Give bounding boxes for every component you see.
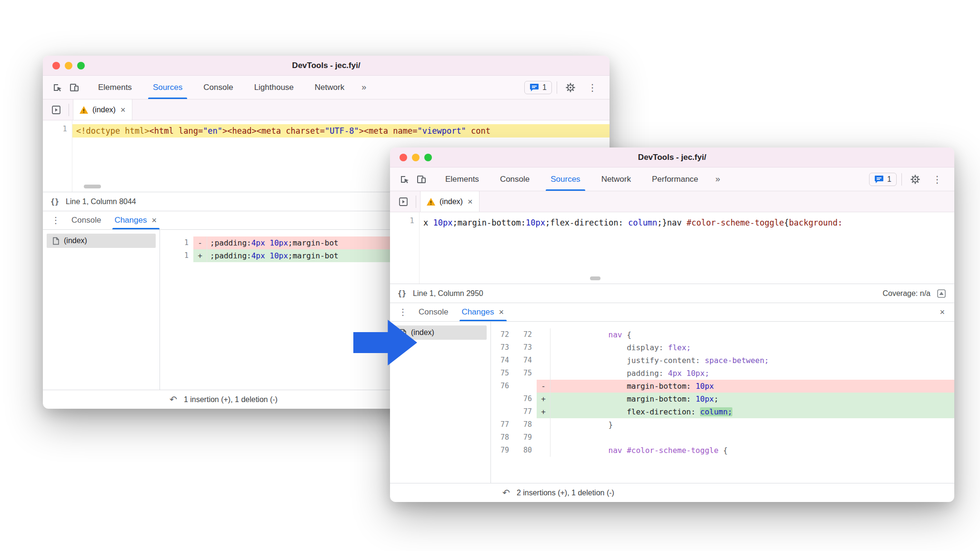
drawer-tab-console[interactable]: Console [65, 211, 108, 229]
cursor-position: Line 1, Column 8044 [66, 197, 136, 206]
drawer-tab-changes[interactable]: Changes × [108, 211, 164, 229]
close-changes-tab-icon[interactable]: × [498, 308, 505, 316]
titlebar[interactable]: DevTools - jec.fyi/ [390, 148, 954, 167]
diff-context-row: 73 73 display: flex; [491, 341, 954, 354]
device-toolbar-icon[interactable] [66, 79, 83, 96]
zoom-window-button[interactable] [424, 154, 432, 161]
coverage-status: Coverage: n/a [882, 289, 930, 298]
close-window-button[interactable] [52, 62, 60, 69]
code-segment: #color-scheme-toggle [687, 218, 784, 227]
code-segment: display: [627, 343, 663, 352]
revert-icon[interactable]: ↶ [502, 487, 510, 498]
diff-context-row: 77 78 } [491, 418, 954, 431]
drawer-menu-icon[interactable]: ⋮ [47, 215, 65, 226]
indent [553, 407, 627, 416]
source-editor[interactable]: 1 x 10px;margin-bottom:10px;flex-directi… [390, 212, 954, 284]
more-tabs-icon[interactable]: » [355, 76, 373, 99]
diff-marker [537, 341, 550, 354]
diff-code: justify-content: space-between; [550, 354, 954, 367]
changed-file-item[interactable]: (index) [47, 234, 156, 248]
settings-gear-icon[interactable] [562, 79, 579, 96]
tab-label: Lighthouse [254, 83, 294, 92]
indent [553, 420, 609, 429]
coverage-icon[interactable] [936, 288, 947, 299]
file-tab-index[interactable]: (index) × [73, 99, 132, 120]
toolbar-right: 1 ⋮ [869, 171, 949, 188]
tab-sources[interactable]: Sources [540, 167, 590, 191]
device-toolbar-icon[interactable] [413, 171, 430, 188]
code-segment: 4px [251, 251, 265, 260]
horizontal-scrollbar[interactable] [84, 185, 101, 188]
new-line-number: 73 [514, 341, 537, 354]
tab-console[interactable]: Console [193, 76, 243, 99]
kebab-menu-icon[interactable]: ⋮ [584, 79, 601, 96]
tab-console[interactable]: Console [490, 167, 540, 191]
tab-lighthouse[interactable]: Lighthouse [244, 76, 304, 99]
diff-view[interactable]: 72 72 nav { 73 73 display: flex; 74 74 [491, 322, 954, 483]
indent [553, 446, 609, 455]
tab-network[interactable]: Network [591, 167, 641, 191]
revert-icon[interactable]: ↶ [170, 394, 177, 405]
old-line-number: 74 [491, 354, 514, 367]
zoom-window-button[interactable] [77, 62, 85, 69]
code-segment: "UTF-8" [325, 126, 359, 136]
issues-count: 1 [887, 175, 891, 184]
code-segment: ;padding: [210, 251, 251, 260]
kebab-menu-icon[interactable]: ⋮ [929, 171, 946, 188]
old-line-number: 72 [491, 328, 514, 341]
titlebar[interactable]: DevTools - jec.fyi/ [43, 56, 610, 76]
drawer-menu-icon[interactable]: ⋮ [394, 307, 412, 317]
close-file-tab-icon[interactable]: × [467, 197, 474, 206]
drawer-tab-console[interactable]: Console [412, 303, 455, 321]
code-segment: { [719, 446, 728, 455]
file-tab-index[interactable]: (index) × [420, 191, 480, 212]
diff-code [550, 431, 954, 444]
line-number: 1 [390, 216, 414, 225]
diff-context-row: 72 72 nav { [491, 328, 954, 341]
show-navigator-icon[interactable] [48, 101, 65, 118]
minimize-window-button[interactable] [65, 62, 72, 69]
diff-marker [537, 418, 550, 431]
traffic-lights [390, 154, 432, 161]
indent [553, 330, 609, 339]
close-changes-tab-icon[interactable]: × [150, 216, 158, 225]
tab-elements[interactable]: Elements [435, 167, 490, 191]
indent [553, 356, 627, 365]
changed-file-label: (index) [411, 328, 434, 337]
issues-badge[interactable]: 1 [524, 81, 552, 94]
tab-sources[interactable]: Sources [142, 76, 193, 99]
inspect-element-icon[interactable] [49, 79, 66, 96]
close-drawer-icon[interactable]: × [939, 308, 950, 316]
inspect-element-icon[interactable] [396, 171, 413, 188]
horizontal-scrollbar[interactable] [590, 276, 600, 280]
panel-tabs: Elements Console Sources Network Perform… [435, 167, 727, 191]
minimize-window-button[interactable] [412, 154, 420, 161]
tab-elements[interactable]: Elements [88, 76, 142, 99]
toolbar-divider [557, 81, 557, 94]
diff-inserted-row: 76 + margin-bottom: 10px; [491, 393, 954, 405]
indent [553, 394, 627, 403]
more-tabs-icon[interactable]: » [709, 167, 727, 191]
line-number-gutter: 1 [390, 212, 420, 284]
indent [553, 369, 627, 378]
show-navigator-icon[interactable] [395, 193, 412, 210]
code-segment: ;flex-direction: [545, 218, 628, 227]
close-file-tab-icon[interactable]: × [120, 106, 127, 114]
issues-badge[interactable]: 1 [869, 173, 897, 186]
close-window-button[interactable] [400, 154, 407, 161]
tab-network[interactable]: Network [304, 76, 355, 99]
code-segment: 10px [696, 394, 714, 403]
diff-marker [537, 431, 550, 444]
filestrip-divider [416, 196, 416, 208]
settings-gear-icon[interactable] [907, 171, 924, 188]
pretty-print-icon[interactable]: {} [398, 289, 406, 298]
pretty-print-icon[interactable]: {} [50, 197, 59, 206]
devtools-window-front: DevTools - jec.fyi/ Elements Console Sou… [390, 148, 954, 502]
indent [553, 382, 627, 391]
diff-context-row: 79 80 nav #color-scheme-toggle { [491, 444, 954, 457]
diff-marker: + [193, 249, 207, 262]
diff-marker: + [537, 393, 550, 405]
tab-performance[interactable]: Performance [641, 167, 709, 191]
drawer-tab-changes[interactable]: Changes × [455, 303, 511, 321]
filestrip-divider [69, 104, 69, 116]
